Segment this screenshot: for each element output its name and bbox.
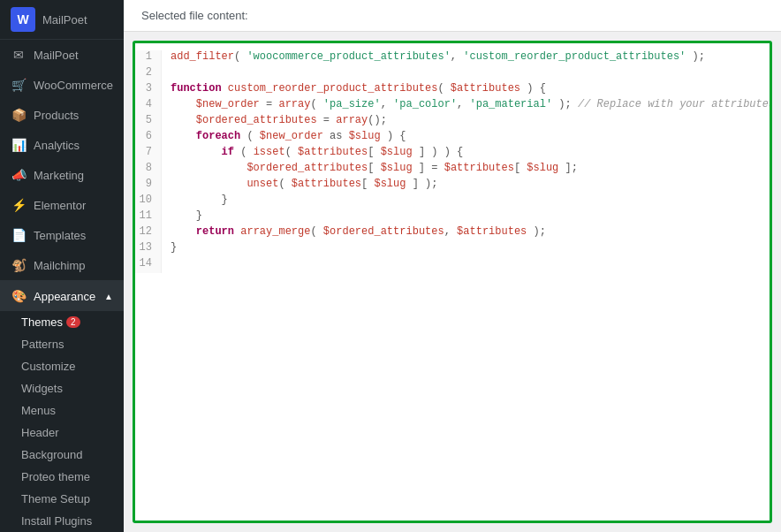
line-content-11: } bbox=[162, 209, 202, 225]
code-line-14: 14 bbox=[135, 257, 770, 273]
proteo-theme-label: Proteo theme bbox=[21, 470, 90, 483]
install-plugins-label: Install Plugins bbox=[21, 514, 92, 528]
code-line-7: 7 if ( isset( $attributes[ $slug ] ) ) { bbox=[135, 146, 770, 162]
sidebar-item-analytics[interactable]: 📊 Analytics bbox=[0, 130, 124, 160]
line-num-3: 3 bbox=[135, 82, 162, 98]
line-content-9: unset( $attributes[ $slug ] ); bbox=[162, 178, 438, 194]
theme-setup-label: Theme Setup bbox=[21, 492, 90, 505]
line-num-7: 7 bbox=[135, 146, 162, 162]
sidebar-item-label: Appearance bbox=[34, 290, 95, 303]
templates-icon: 📄 bbox=[11, 227, 27, 243]
analytics-icon: 📊 bbox=[11, 137, 27, 153]
line-num-9: 9 bbox=[135, 178, 162, 194]
mailchimp-icon: 🐒 bbox=[11, 257, 27, 273]
line-num-8: 8 bbox=[135, 162, 162, 178]
sidebar-logo-text: MailPoet bbox=[42, 13, 87, 27]
sidebar-sub-menus[interactable]: Menus bbox=[0, 399, 124, 422]
code-line-6: 6 foreach ( $new_order as $slug ) { bbox=[135, 130, 770, 146]
code-line-9: 9 unset( $attributes[ $slug ] ); bbox=[135, 178, 770, 194]
code-editor-container: 1 add_filter( 'woocommerce_product_attri… bbox=[133, 41, 772, 523]
themes-label: Themes bbox=[21, 315, 63, 329]
elementor-icon: ⚡ bbox=[11, 197, 27, 213]
code-editor[interactable]: 1 add_filter( 'woocommerce_product_attri… bbox=[135, 43, 770, 521]
sidebar-item-label: MailPoet bbox=[34, 49, 79, 62]
code-line-3: 3 function custom_reorder_product_attrib… bbox=[135, 82, 770, 98]
sidebar-item-label: Analytics bbox=[34, 139, 80, 152]
sidebar-sub-header[interactable]: Header bbox=[0, 422, 124, 444]
header-label: Header bbox=[21, 426, 59, 439]
code-line-12: 12 return array_merge( $ordered_attribut… bbox=[135, 225, 770, 241]
line-content-8: $ordered_attributes[ $slug ] = $attribut… bbox=[162, 162, 578, 178]
sidebar-item-mailchimp[interactable]: 🐒 Mailchimp bbox=[0, 250, 124, 280]
header-text: Selected file content: bbox=[141, 9, 248, 22]
mailpoet-icon: ✉ bbox=[11, 47, 27, 63]
sidebar-sub-widgets[interactable]: Widgets bbox=[0, 377, 124, 399]
code-line-5: 5 $ordered_attributes = array(); bbox=[135, 114, 770, 130]
customize-label: Customize bbox=[21, 360, 75, 373]
line-num-5: 5 bbox=[135, 114, 162, 130]
background-label: Background bbox=[21, 448, 82, 461]
line-content-2 bbox=[162, 66, 177, 82]
code-line-1: 1 add_filter( 'woocommerce_product_attri… bbox=[135, 50, 770, 66]
line-content-12: return array_merge( $ordered_attributes,… bbox=[162, 225, 546, 241]
code-line-2: 2 bbox=[135, 66, 770, 82]
sidebar-item-marketing[interactable]: 📣 Marketing bbox=[0, 160, 124, 190]
appearance-icon: 🎨 bbox=[11, 288, 27, 304]
line-content-10: } bbox=[162, 194, 228, 209]
sidebar-item-templates[interactable]: 📄 Templates bbox=[0, 220, 124, 250]
content-header: Selected file content: bbox=[124, 0, 781, 32]
sidebar-sub-themes[interactable]: Themes 2 bbox=[0, 311, 124, 333]
sidebar-sub-proteo-theme[interactable]: Proteo theme bbox=[0, 466, 124, 488]
line-num-1: 1 bbox=[135, 50, 162, 66]
sidebar-item-appearance[interactable]: 🎨 Appearance ▲ bbox=[0, 281, 124, 311]
line-num-4: 4 bbox=[135, 98, 162, 114]
sidebar-sub-patterns[interactable]: Patterns bbox=[0, 333, 124, 355]
menus-label: Menus bbox=[21, 404, 56, 417]
wp-logo-icon: W bbox=[11, 7, 35, 32]
sidebar-logo[interactable]: W MailPoet bbox=[0, 0, 124, 40]
line-content-6: foreach ( $new_order as $slug ) { bbox=[162, 130, 406, 146]
line-content-5: $ordered_attributes = array(); bbox=[162, 114, 387, 130]
code-line-11: 11 } bbox=[135, 209, 770, 225]
sidebar-item-mailpoet[interactable]: ✉ MailPoet bbox=[0, 40, 124, 70]
code-line-8: 8 $ordered_attributes[ $slug ] = $attrib… bbox=[135, 162, 770, 178]
themes-badge: 2 bbox=[66, 316, 80, 328]
sidebar-item-label: WooCommerce bbox=[34, 79, 113, 92]
line-content-13: } bbox=[162, 241, 177, 257]
marketing-icon: 📣 bbox=[11, 167, 27, 183]
sidebar-item-label: Templates bbox=[34, 229, 86, 242]
line-content-14 bbox=[162, 257, 177, 273]
sidebar: W MailPoet ✉ MailPoet 🛒 WooCommerce 📦 Pr… bbox=[0, 0, 124, 532]
sidebar-sub-install-plugins[interactable]: Install Plugins bbox=[0, 510, 124, 532]
line-num-12: 12 bbox=[135, 225, 162, 241]
sidebar-item-label: Marketing bbox=[34, 169, 84, 182]
sidebar-item-woocommerce[interactable]: 🛒 WooCommerce bbox=[0, 70, 124, 100]
sidebar-item-label: Elementor bbox=[34, 199, 86, 212]
woocommerce-icon: 🛒 bbox=[11, 77, 27, 93]
line-content-3: function custom_reorder_product_attribut… bbox=[162, 82, 546, 98]
line-content-1: add_filter( 'woocommerce_product_attribu… bbox=[162, 50, 705, 66]
code-line-10: 10 } bbox=[135, 194, 770, 209]
products-icon: 📦 bbox=[11, 107, 27, 123]
collapse-arrow-icon: ▲ bbox=[104, 292, 113, 301]
line-num-10: 10 bbox=[135, 194, 162, 209]
sidebar-sub-theme-setup[interactable]: Theme Setup bbox=[0, 488, 124, 510]
line-num-11: 11 bbox=[135, 209, 162, 225]
line-num-2: 2 bbox=[135, 66, 162, 82]
sidebar-item-label: Mailchimp bbox=[34, 259, 86, 272]
main-content: Selected file content: 1 add_filter( 'wo… bbox=[124, 0, 781, 532]
line-num-13: 13 bbox=[135, 241, 162, 257]
sidebar-item-products[interactable]: 📦 Products bbox=[0, 100, 124, 130]
code-line-4: 4 $new_order = array( 'pa_size', 'pa_col… bbox=[135, 98, 770, 114]
sidebar-sub-customize[interactable]: Customize bbox=[0, 355, 124, 377]
widgets-label: Widgets bbox=[21, 382, 63, 395]
code-line-13: 13 } bbox=[135, 241, 770, 257]
line-num-6: 6 bbox=[135, 130, 162, 146]
sidebar-item-elementor[interactable]: ⚡ Elementor bbox=[0, 190, 124, 220]
sidebar-item-label: Products bbox=[34, 109, 79, 122]
patterns-label: Patterns bbox=[21, 338, 64, 351]
line-content-4: $new_order = array( 'pa_size', 'pa_color… bbox=[162, 98, 770, 114]
sidebar-sub-background[interactable]: Background bbox=[0, 444, 124, 466]
line-content-7: if ( isset( $attributes[ $slug ] ) ) { bbox=[162, 146, 463, 162]
line-num-14: 14 bbox=[135, 257, 162, 273]
